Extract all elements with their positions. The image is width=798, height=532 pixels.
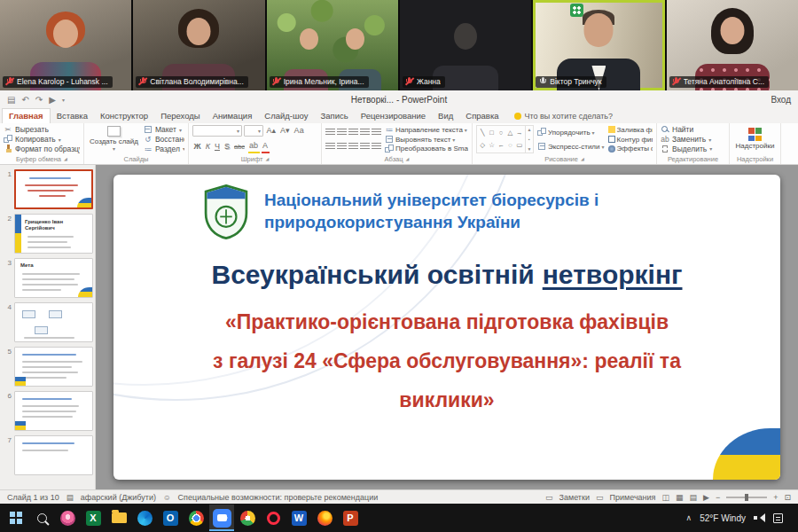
reset-button[interactable]: Восстановить [144,135,184,145]
font-size-combo[interactable]: ▾ [244,125,263,137]
undo-icon[interactable]: ↶ [21,95,28,105]
shape-diamond-icon[interactable]: ◇ [480,142,485,149]
participant-tile-5-active-speaker[interactable]: Віктор Тринчук [533,0,664,90]
participant-tile-4[interactable]: Жанна [400,0,531,90]
taskbar-word[interactable]: W [286,505,311,531]
taskbar-search-button[interactable] [29,505,54,531]
comments-toggle[interactable]: Примечания [609,493,655,502]
taskbar-photos[interactable] [55,505,80,531]
tab-design[interactable]: Конструктор [94,109,154,123]
action-center-icon[interactable] [773,513,783,523]
addins-button[interactable]: Надстройки [734,125,777,153]
tray-chevron-icon[interactable]: ∧ [686,513,692,522]
accessibility-status[interactable]: Специальные возможности: проверьте реком… [178,493,379,502]
dialog-launcher-icon[interactable]: ◢ [406,156,410,161]
underline-icon[interactable]: Ч [213,141,221,153]
highlight-color-icon[interactable]: ab [248,140,260,154]
tab-record[interactable]: Запись [315,109,355,123]
dialog-launcher-icon[interactable]: ◢ [265,156,269,161]
tab-view[interactable]: Вид [432,109,459,123]
new-slide-button[interactable]: Создать слайд▾ [88,125,140,153]
start-button[interactable] [4,505,28,531]
tab-help[interactable]: Справка [459,109,505,123]
shape-callout-icon[interactable]: ▭ [516,142,522,149]
shape-outline-button[interactable]: Контур фигуры▾ [608,135,653,145]
taskbar-browser[interactable] [235,505,260,531]
copy-button[interactable]: Копировать▾ [4,135,80,145]
shapes-scrollbar[interactable]: ▲▪▼ [526,125,534,153]
university-name-text[interactable]: Національний університет біоресурсів і п… [264,190,681,233]
replace-button[interactable]: abЗаменить▾ [661,135,725,145]
slide-title[interactable]: Всеукраїнський освітнійнетворкінг [113,260,780,290]
cut-button[interactable]: ✂Вырезать [4,125,80,135]
align-text-button[interactable]: Выровнять текст▾ [385,135,468,145]
save-icon[interactable]: ▤ [7,95,15,105]
participant-tile-6[interactable]: Тетяна Анатоліївна С... [667,0,798,90]
bold-icon[interactable]: Ж [192,141,202,153]
font-name-combo[interactable]: ▾ [192,125,242,137]
font-color-icon[interactable]: А [262,140,270,154]
quick-styles-button[interactable]: Экспресс-стили▾ [537,141,605,153]
tab-review[interactable]: Рецензирование [355,109,432,123]
dialog-launcher-icon[interactable]: ◢ [64,156,67,161]
shape-arrow-icon[interactable]: → [516,129,523,137]
taskbar-excel[interactable]: X [81,505,106,531]
shape-star-icon[interactable]: ☆ [489,142,495,149]
justify-icon[interactable] [360,143,370,151]
shape-circle-icon[interactable]: ○ [499,129,504,137]
shape-fill-button[interactable]: Заливка фигуры▾ [608,125,653,135]
format-painter-button[interactable]: Формат по образцу [4,144,80,153]
align-right-icon[interactable] [348,143,358,151]
weather-widget[interactable]: 52°F Windy [700,513,746,523]
reading-view-icon[interactable]: ▤ [689,493,697,502]
volume-icon[interactable] [754,513,765,522]
tell-me-box[interactable]: Что вы хотите сделать? [514,112,614,123]
tab-slideshow[interactable]: Слайд-шоу [258,109,314,123]
align-left-icon[interactable] [325,143,335,151]
taskbar-zoom-active[interactable] [209,505,234,531]
zoom-slider[interactable] [726,497,767,498]
italic-icon[interactable]: К [204,141,211,153]
shape-effects-button[interactable]: Эффекты фигур▾ [608,144,653,153]
slide-sorter-view-icon[interactable]: ▦ [676,493,684,502]
taskbar-firefox[interactable] [312,505,337,531]
language-status[interactable]: афарский (Джибути) [81,493,156,502]
tab-home[interactable]: Главная [2,108,51,123]
slideshow-view-icon[interactable]: ▶ [703,493,709,502]
taskbar-edge[interactable] [132,505,157,531]
participant-tile-3[interactable]: Ірина Мельник, Ірина... [267,0,398,90]
section-button[interactable]: Раздел▾ [144,144,184,153]
tab-transitions[interactable]: Переходы [154,109,207,123]
shapes-gallery[interactable]: ╲□○△→ ◇☆←◌▭ [476,125,526,153]
notes-toggle[interactable]: Заметки [559,493,590,502]
bullets-icon[interactable] [325,129,335,137]
line-spacing-icon[interactable] [372,129,381,137]
dialog-launcher-icon[interactable]: ◢ [581,156,584,161]
proofing-icon[interactable]: ▤ [66,493,74,502]
shape-triangle-icon[interactable]: △ [508,129,513,137]
zoom-slider-thumb[interactable] [745,494,748,501]
arrange-button[interactable]: Упорядочить▾ [537,127,605,138]
zoom-in-icon[interactable]: + [773,493,778,502]
slide-thumbnail-1[interactable] [14,169,93,209]
columns-icon[interactable] [372,143,381,151]
text-direction-button[interactable]: Направление текста▾ [385,125,468,135]
participant-tile-1[interactable]: Elena Karolop - Luhansk ... [0,0,131,90]
tab-insert[interactable]: Вставка [51,109,94,123]
find-button[interactable]: Найти [661,125,725,135]
decrease-indent-icon[interactable] [348,129,358,137]
zoom-view-button[interactable] [570,4,583,17]
taskbar-file-explorer[interactable] [106,505,131,531]
slide-editing-surface[interactable]: Національний університет біоресурсів і п… [113,175,780,480]
redo-icon[interactable]: ↷ [35,95,43,105]
slide-subtitle[interactable]: «Практико-орієнтована підготовка фахівці… [113,310,780,427]
smartart-button[interactable]: Преобразовать в SmartArt▾ [385,144,468,153]
layout-button[interactable]: Макет▾ [144,125,184,135]
taskbar-outlook[interactable]: O [158,505,183,531]
slide-thumbnail-6[interactable] [14,391,93,431]
qat-customize-icon[interactable]: ▾ [62,97,65,103]
participant-tile-2[interactable]: Світлана Володимирівна... [133,0,264,90]
slide-thumbnail-3[interactable]: Мета [14,258,93,298]
taskbar-chrome[interactable] [184,505,208,531]
strikethrough-icon[interactable]: abc [232,141,246,153]
